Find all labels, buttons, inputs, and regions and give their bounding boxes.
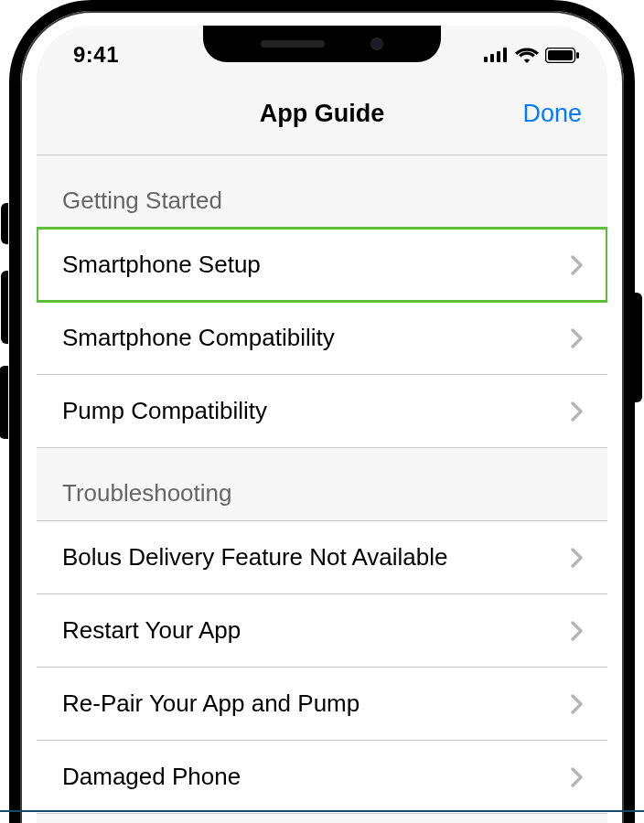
section-header: Getting Started [37, 155, 607, 228]
list-item[interactable]: Smartphone Compatibility [37, 302, 607, 375]
list-group: Bolus Delivery Feature Not AvailableRest… [37, 520, 607, 814]
list-item[interactable]: Re-Pair Your App and Pump [37, 668, 607, 741]
section-header: Troubleshooting [37, 448, 607, 520]
chevron-right-icon [571, 694, 584, 714]
phone-volume-down [0, 366, 8, 439]
cellular-signal-icon [484, 48, 509, 62]
chevron-right-icon [571, 401, 584, 422]
chevron-right-icon [571, 255, 584, 275]
list-item-label: Bolus Delivery Feature Not Available [62, 543, 448, 572]
chevron-right-icon [571, 621, 584, 641]
status-time: 9:41 [73, 42, 119, 68]
list-item-label: Smartphone Setup [62, 251, 261, 279]
svg-rect-1 [490, 54, 494, 62]
chevron-right-icon [571, 767, 584, 787]
phone-frame: 9:41 App Guide Done Getting StartedSmart… [9, 0, 635, 823]
svg-rect-3 [503, 48, 507, 62]
list-item[interactable]: Pump Compatibility [37, 375, 607, 448]
list-group: Smartphone SetupSmartphone Compatibility… [37, 228, 607, 448]
list-item[interactable]: Restart Your App [37, 594, 607, 668]
chevron-right-icon [571, 548, 584, 568]
phone-silent-switch [1, 203, 8, 244]
svg-rect-6 [576, 52, 579, 59]
list-item[interactable]: Smartphone Setup [37, 228, 607, 302]
list-item[interactable]: Bolus Delivery Feature Not Available [37, 520, 607, 594]
svg-rect-2 [497, 51, 500, 62]
battery-icon [545, 48, 580, 63]
list-item[interactable]: Damaged Phone [37, 741, 607, 814]
content-list: Getting StartedSmartphone SetupSmartphon… [37, 155, 607, 814]
chevron-right-icon [571, 328, 584, 348]
wifi-icon [515, 47, 539, 63]
notch [203, 26, 441, 62]
phone-volume-up [1, 271, 8, 344]
list-item-label: Damaged Phone [62, 763, 241, 791]
list-item-label: Pump Compatibility [62, 397, 267, 425]
svg-rect-0 [484, 57, 488, 62]
screen: 9:41 App Guide Done Getting StartedSmart… [37, 26, 607, 823]
list-item-label: Smartphone Compatibility [62, 324, 335, 352]
svg-rect-5 [548, 50, 573, 60]
list-item-label: Re-Pair Your App and Pump [62, 689, 360, 718]
nav-bar: App Guide Done [37, 73, 607, 155]
page-title: App Guide [260, 100, 385, 128]
phone-side-button [635, 293, 642, 402]
done-button[interactable]: Done [522, 100, 582, 128]
list-item-label: Restart Your App [62, 616, 241, 645]
